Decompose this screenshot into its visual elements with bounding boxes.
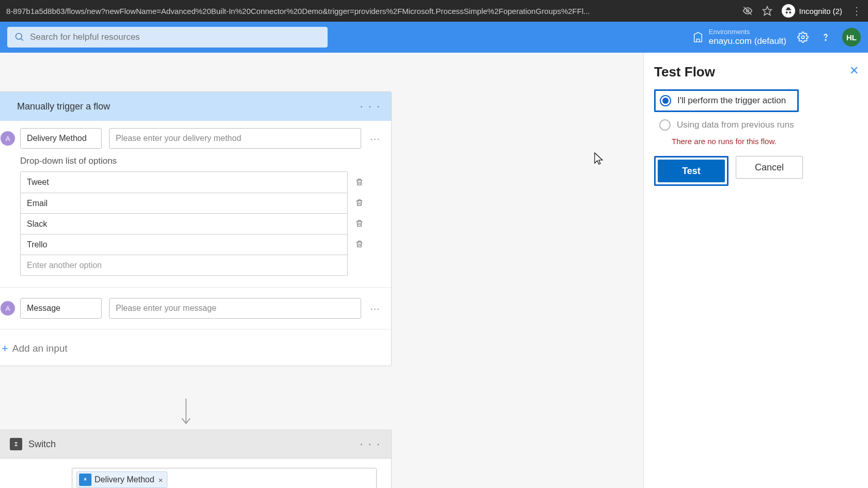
dropdown-title: Drop-down list of options [20,156,370,166]
param-delivery-input[interactable]: Please enter your delivery method [109,128,361,149]
switch-card: Switch · · · Delivery Method × [0,430,392,488]
param-delivery-label[interactable]: Delivery Method [20,128,102,149]
param-delivery-row: A Delivery Method Please enter your deli… [0,121,391,156]
test-button-highlight: Test [654,156,729,186]
eye-blocked-icon[interactable] [742,6,753,16]
svg-marker-2 [763,7,771,15]
switch-on-input[interactable]: Delivery Method × [72,468,377,488]
option-input[interactable]: Email [21,193,347,213]
trash-icon[interactable] [348,213,370,233]
option-input[interactable]: Trello [21,234,347,255]
trash-icon[interactable] [348,171,370,192]
add-input-button[interactable]: + Add an input [0,333,391,366]
app-header: Environments enayu.com (default) HL [0,22,868,53]
close-icon[interactable]: ✕ [849,64,859,77]
param-type-badge: A [1,131,15,146]
arrow-down-icon [180,399,192,428]
option-input[interactable]: Tweet [21,172,347,193]
svg-line-4 [21,39,23,41]
more-icon[interactable]: · · · [360,100,381,113]
param-message-row: A Message Please enter your message ··· [0,291,391,326]
svg-point-5 [801,36,804,39]
search-box[interactable] [7,27,328,48]
plus-icon: + [2,342,8,355]
param-message-input[interactable]: Please enter your message [109,298,361,319]
help-icon[interactable] [819,31,832,43]
dynamic-token[interactable]: Delivery Method × [76,471,167,488]
option-input[interactable]: Slack [21,213,347,234]
star-icon[interactable] [762,6,772,16]
radio-manual-trigger[interactable]: I'll perform the trigger action [654,89,799,112]
flow-canvas: Manually trigger a flow · · · A Delivery… [0,53,868,488]
gear-icon[interactable] [797,31,809,43]
trigger-card: Manually trigger a flow · · · A Delivery… [0,91,392,366]
building-icon [692,32,704,43]
param-message-label[interactable]: Message [20,298,102,319]
option-input-new[interactable]: Enter another option [21,255,347,275]
browser-address-bar: 8-897b1a5d8b63/flows/new?newFlowName=Adv… [0,0,868,22]
avatar[interactable]: HL [842,28,861,46]
radio-previous-runs: Using data from previous runs [654,114,858,136]
token-remove-icon[interactable]: × [159,476,163,484]
panel-title: Test Flow [654,64,858,80]
test-flow-panel: Test Flow ✕ I'll perform the trigger act… [643,53,868,488]
token-connector-icon [79,474,91,486]
cancel-button[interactable]: Cancel [736,156,803,179]
environment-picker[interactable]: Environments enayu.com (default) [692,28,786,46]
cursor-icon [593,152,605,166]
switch-header[interactable]: Switch · · · [0,430,392,459]
dropdown-section: Drop-down list of options Tweet Email Sl… [0,156,391,284]
menu-dots-icon[interactable]: ⋮ [851,6,862,16]
trash-icon[interactable] [348,192,370,213]
search-icon [14,32,25,42]
search-input[interactable] [30,32,320,42]
switch-icon [10,438,22,450]
svg-point-3 [16,34,22,40]
url-text: 8-897b1a5d8b63/flows/new?newFlowName=Adv… [6,7,736,15]
param-more-icon[interactable]: ··· [368,303,382,314]
trigger-header[interactable]: Manually trigger a flow · · · [0,92,391,121]
no-runs-message: There are no runs for this flow. [672,137,858,146]
param-type-badge: A [1,301,15,316]
param-more-icon[interactable]: ··· [368,133,382,145]
svg-point-6 [825,40,826,40]
incognito-badge[interactable]: Incognito (2) [782,4,842,18]
trash-icon[interactable] [348,233,370,254]
more-icon[interactable]: · · · [360,437,381,451]
test-button[interactable]: Test [658,160,725,182]
